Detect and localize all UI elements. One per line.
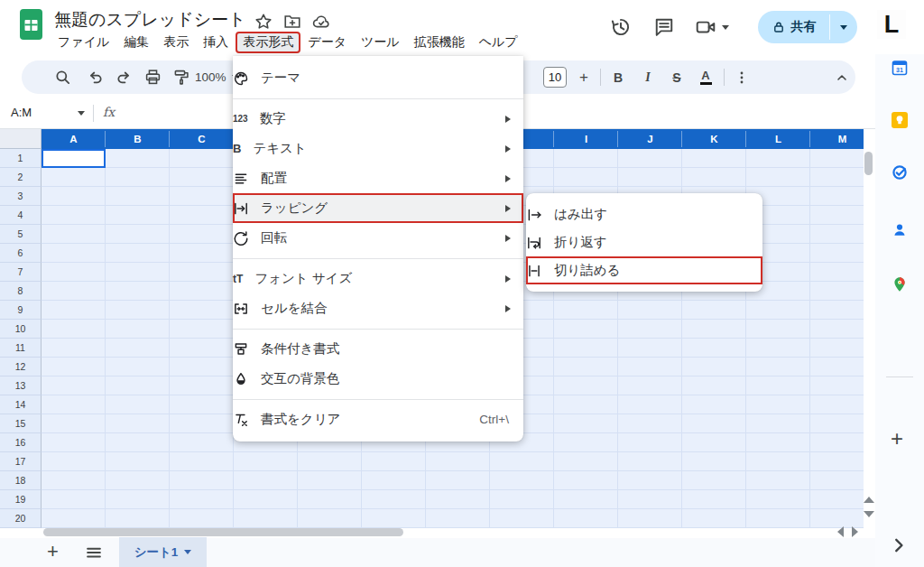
scroll-down-icon[interactable] [864, 511, 874, 517]
format-menu-item-回転[interactable]: 回転 [233, 223, 523, 253]
search-icon[interactable] [49, 60, 76, 94]
row-header-19[interactable]: 19 [0, 490, 42, 509]
horizontal-scrollbar[interactable] [43, 528, 403, 536]
wrapping-submenu-item-折り返す[interactable]: 折り返す [526, 228, 762, 256]
share-main[interactable]: 共有 [758, 11, 829, 43]
bold-button[interactable]: B [605, 60, 632, 94]
row-header-11[interactable]: 11 [0, 339, 42, 358]
cloud-status-icon[interactable] [312, 13, 330, 31]
row-header-4[interactable]: 4 [0, 206, 42, 225]
row-header-7[interactable]: 7 [0, 263, 42, 282]
column-header-L[interactable]: L [761, 129, 797, 149]
side-panel-maps-icon[interactable] [892, 276, 908, 293]
more-vert-icon[interactable] [728, 60, 755, 94]
row-header-18[interactable]: 18 [0, 471, 42, 490]
wrap-icon [233, 200, 249, 217]
select-all-corner[interactable] [0, 129, 42, 149]
column-header-B[interactable]: B [120, 129, 156, 149]
row-header-13[interactable]: 13 [0, 376, 42, 395]
sheets-logo[interactable] [19, 8, 43, 41]
italic-button[interactable]: I [634, 60, 661, 94]
column-header-A[interactable]: A [56, 129, 92, 149]
row-header-6[interactable]: 6 [0, 244, 42, 263]
all-sheets-icon[interactable] [85, 544, 103, 562]
share-dropdown[interactable] [830, 11, 857, 43]
avatar[interactable]: L [877, 10, 906, 39]
menubar-item-データ[interactable]: データ [300, 32, 354, 53]
redo-icon[interactable] [110, 60, 137, 94]
text-color-button[interactable]: A [692, 60, 719, 94]
format-menu-item-フォント サイズ[interactable]: tTフォント サイズ [233, 264, 523, 293]
font-size-input[interactable]: 10 [543, 67, 567, 88]
wrapping-submenu-item-はみ出す[interactable]: はみ出す [526, 200, 762, 228]
row-header-16[interactable]: 16 [0, 433, 42, 452]
document-title[interactable]: 無題のスプレッドシート [54, 8, 246, 32]
column-header-M[interactable]: M [825, 129, 861, 149]
star-icon[interactable] [254, 13, 273, 31]
name-box[interactable]: A:M [11, 106, 32, 119]
name-box-caret-icon[interactable] [78, 111, 85, 116]
row-header-2[interactable]: 2 [0, 168, 42, 187]
format-menu-item-ラッピング[interactable]: ラッピング [233, 193, 523, 223]
menubar-item-編集[interactable]: 編集 [116, 32, 156, 53]
row-header-14[interactable]: 14 [0, 395, 42, 414]
share-button[interactable]: 共有 [758, 11, 857, 43]
format-menu-item-書式をクリア[interactable]: 書式をクリアCtrl+\ [233, 404, 523, 434]
scroll-up-icon[interactable] [864, 497, 874, 503]
scroll-right-icon[interactable] [852, 526, 858, 537]
side-panel-calendar-icon[interactable]: 31 [892, 60, 908, 76]
menubar-item-拡張機能[interactable]: 拡張機能 [407, 32, 472, 53]
comment-icon[interactable] [653, 16, 675, 38]
menubar-item-表示[interactable]: 表示 [156, 32, 196, 53]
menubar-item-ヘルプ[interactable]: ヘルプ [472, 32, 525, 53]
hide-side-panel-icon[interactable] [889, 535, 909, 555]
add-sheet-button[interactable]: + [47, 540, 59, 563]
print-icon[interactable] [139, 60, 166, 94]
side-panel-contacts-icon[interactable] [892, 222, 908, 238]
column-header-C[interactable]: C [184, 129, 220, 149]
row-header-1[interactable]: 1 [0, 149, 42, 168]
vertical-scrollbar[interactable] [864, 152, 873, 175]
format-menu-item-セルを結合[interactable]: セルを結合 [233, 293, 523, 323]
format-menu-item-テーマ[interactable]: テーマ [233, 63, 523, 93]
format-menu-item-数字[interactable]: 123数字 [233, 104, 523, 134]
move-folder-icon[interactable] [283, 13, 301, 31]
row-header-17[interactable]: 17 [0, 452, 42, 471]
active-cell-a1[interactable] [42, 149, 106, 168]
column-header-K[interactable]: K [697, 129, 733, 149]
sheet-tab-active[interactable]: シート1 [119, 537, 207, 567]
menubar-item-表示形式[interactable]: 表示形式 [236, 32, 300, 53]
side-panel-keep-icon[interactable] [892, 112, 908, 128]
videocam-caret-icon[interactable] [722, 25, 729, 30]
format-menu-item-テキスト[interactable]: Bテキスト [233, 134, 523, 163]
format-menu-item-交互の背景色[interactable]: 交互の背景色 [233, 364, 523, 394]
row-header-12[interactable]: 12 [0, 358, 42, 376]
font-size-increase-button[interactable]: + [570, 60, 597, 94]
calendar-icon: 31 [892, 60, 908, 76]
row-header-20[interactable]: 20 [0, 509, 42, 528]
row-header-10[interactable]: 10 [0, 320, 42, 339]
collapse-toolbar-icon[interactable] [828, 60, 855, 94]
menubar-item-ツール[interactable]: ツール [354, 32, 407, 53]
scroll-left-icon[interactable] [837, 526, 844, 537]
get-addons-button[interactable]: + [891, 426, 903, 451]
row-header-5[interactable]: 5 [0, 225, 42, 244]
menubar-item-ファイル[interactable]: ファイル [51, 32, 116, 53]
paint-format-icon[interactable] [168, 60, 195, 94]
row-header-8[interactable]: 8 [0, 282, 42, 301]
strikethrough-button[interactable]: S [663, 60, 690, 94]
wrapping-submenu-item-切り詰める[interactable]: 切り詰める [526, 256, 762, 284]
undo-icon[interactable] [81, 60, 108, 94]
side-panel-tasks-icon[interactable] [892, 164, 908, 181]
format-menu-item-配置[interactable]: 配置 [233, 163, 523, 193]
format-menu-item-条件付き書式[interactable]: 条件付き書式 [233, 334, 523, 364]
menubar-item-挿入[interactable]: 挿入 [196, 32, 236, 53]
column-header-J[interactable]: J [633, 129, 669, 149]
row-headers[interactable]: 1234567891011121314151617181920 [0, 149, 42, 528]
row-header-3[interactable]: 3 [0, 187, 42, 206]
column-header-I[interactable]: I [568, 129, 605, 149]
row-header-9[interactable]: 9 [0, 301, 42, 320]
row-header-15[interactable]: 15 [0, 414, 42, 433]
videocam-icon[interactable] [695, 16, 716, 38]
history-icon[interactable] [610, 16, 632, 38]
